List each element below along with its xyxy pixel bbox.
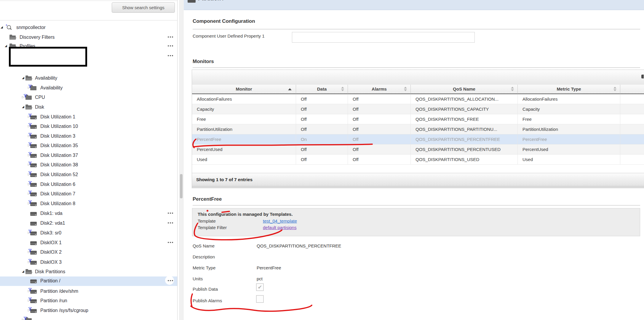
tree-item-disk1-vda[interactable]: Disk1: vda bbox=[0, 209, 177, 218]
collapse-arrow-icon[interactable]: ◢ bbox=[5, 44, 7, 47]
tree-item-discovery-filters[interactable]: Discovery Filters bbox=[0, 33, 177, 42]
tree-item-disk-partitions[interactable]: ◢Disk Partitions bbox=[0, 267, 177, 277]
tree-item-disk-utilization-3[interactable]: ▷+Disk Utilization 3 bbox=[0, 132, 177, 141]
table-cell: PercentFree bbox=[192, 134, 296, 144]
table-cell bbox=[620, 155, 644, 165]
table-cell: Off bbox=[296, 144, 348, 155]
tree-item-diskiox-1[interactable]: DiskIOX 1 bbox=[0, 238, 177, 248]
tree-item-redacted[interactable] bbox=[0, 52, 177, 61]
tree-item-disk-utilization-7[interactable]: ▷+Disk Utilization 7 bbox=[0, 189, 177, 199]
template-badge-plus-icon: + bbox=[29, 160, 31, 164]
collapse-arrow-icon[interactable]: ◢ bbox=[22, 105, 24, 108]
tree-scrollbar-thumb[interactable] bbox=[180, 174, 183, 198]
template-link[interactable]: test_04_template bbox=[263, 218, 297, 223]
table-cell bbox=[620, 134, 644, 144]
tree-item-disk-utilization-35[interactable]: ▷+Disk Utilization 35 bbox=[0, 141, 177, 151]
expand-arrow-icon[interactable]: ▷ bbox=[22, 96, 24, 99]
tree-sidebar: Show search settings ◢✦snmpcollectorDisc… bbox=[0, 0, 178, 320]
table-row-percentfree[interactable]: PercentFreeOnOffQOS_DISKPARTITIONS_PERCE… bbox=[192, 134, 644, 144]
collapse-arrow-icon[interactable]: ◢ bbox=[22, 76, 24, 79]
tree-item-disk-utilization-37[interactable]: ▷+Disk Utilization 37 bbox=[0, 151, 177, 160]
row-actions-menu-icon[interactable] bbox=[168, 45, 173, 46]
column-header-qos-name[interactable]: QoS Name bbox=[411, 85, 518, 94]
tree-item-label: Disk Utilization 38 bbox=[40, 162, 78, 168]
tree-item-partition[interactable]: Partition / bbox=[0, 276, 177, 286]
collapse-arrow-icon[interactable]: ◢ bbox=[22, 270, 24, 273]
table-cell: QOS_DISKPARTITIONS_PERCENTUSED bbox=[411, 144, 518, 155]
row-actions-menu-icon[interactable] bbox=[168, 280, 173, 281]
tree-item-partition-dev-shm[interactable]: ▷+Partition /dev/shm bbox=[0, 287, 177, 296]
tree-scrollbar[interactable] bbox=[179, 0, 183, 320]
tree-item-disk-utilization-1[interactable]: ▷+Disk Utilization 1 bbox=[0, 112, 177, 122]
table-cell: Off bbox=[296, 155, 348, 165]
table-row-capacity[interactable]: CapacityOffOffQOS_DISKPARTITIONS_CAPACIT… bbox=[192, 104, 644, 114]
tree-item-partition-sys-fs-cgroup[interactable]: ▷+Partition /sys/fs/cgroup bbox=[0, 306, 177, 316]
column-header-alarms[interactable]: Alarms bbox=[348, 85, 411, 94]
tree-item-disk-utilization-52[interactable]: ▷+Disk Utilization 52 bbox=[0, 170, 177, 180]
column-header-data[interactable]: Data bbox=[296, 85, 348, 94]
table-row-partitionutilization[interactable]: PartitionUtilizationOffOffQOS_DISKPARTIT… bbox=[192, 124, 644, 134]
tree-item-cpu[interactable]: ▷+CPU bbox=[0, 93, 177, 102]
sort-toggle-icon[interactable] bbox=[511, 87, 514, 91]
tree-item-label: Disk Utilization 52 bbox=[40, 172, 78, 177]
template-badge-plus-icon: + bbox=[24, 316, 26, 319]
table-row-used[interactable]: UsedOffOffQOS_DISKPARTITIONS_USEDUsed bbox=[192, 155, 644, 165]
row-actions-menu-icon[interactable] bbox=[168, 36, 173, 38]
sort-toggle-icon[interactable] bbox=[404, 87, 407, 91]
tree-item-label: snmpcollector bbox=[16, 25, 46, 30]
expand-arrow-icon[interactable]: ▷ bbox=[22, 318, 24, 320]
tree-item-availability[interactable]: ▷+Availability bbox=[0, 83, 177, 93]
disk-drive-icon bbox=[30, 309, 37, 313]
collapse-arrow-icon[interactable]: ◢ bbox=[1, 26, 3, 29]
sort-toggle-icon[interactable] bbox=[613, 87, 616, 91]
tree-item-disk-utilization-8[interactable]: ▷+Disk Utilization 8 bbox=[0, 199, 177, 209]
tree-item-label: Disk Utilization 7 bbox=[40, 191, 75, 197]
publish-data-checkbox[interactable]: ✔ bbox=[256, 283, 264, 291]
row-actions-menu-icon[interactable] bbox=[168, 213, 173, 214]
component-property-input[interactable] bbox=[292, 32, 475, 43]
row-actions-menu-icon[interactable] bbox=[168, 222, 173, 223]
tree-item-disk2-vda1[interactable]: Disk2: vda1 bbox=[0, 219, 177, 228]
row-actions-menu-icon[interactable] bbox=[168, 242, 173, 243]
table-cell: PartitionUtilization bbox=[518, 124, 620, 134]
tree-item-availability[interactable]: ◢Availability bbox=[0, 74, 177, 83]
tree-item-diskiox-3[interactable]: ▷+DiskIOX 3 bbox=[0, 258, 177, 267]
search-area-divider bbox=[0, 20, 177, 20]
tree-item-disk3-sr0[interactable]: ▷+Disk3: sr0 bbox=[0, 229, 177, 238]
disk-drive-icon bbox=[30, 261, 37, 265]
tree-item-disk-utilization-10[interactable]: ▷+Disk Utilization 10 bbox=[0, 122, 177, 131]
table-row-free[interactable]: FreeOffOffQOS_DISKPARTITIONS_FREEFree bbox=[192, 114, 644, 124]
tree-item-disk[interactable]: ◢Disk bbox=[0, 103, 177, 112]
folder-icon bbox=[25, 318, 32, 320]
tree-item-label: Disk Utilization 3 bbox=[40, 134, 75, 139]
table-row-allocationfailures[interactable]: AllocationFailuresOffOffQOS_DISKPARTITIO… bbox=[192, 94, 644, 104]
template-badge-plus-icon: + bbox=[24, 93, 26, 96]
template-badge-plus-icon: + bbox=[29, 199, 31, 202]
tree-item-disk-utilization-6[interactable]: ▷+Disk Utilization 6 bbox=[0, 180, 177, 189]
template-filter-link[interactable]: default partisions bbox=[263, 225, 296, 230]
row-actions-menu-icon[interactable] bbox=[168, 55, 173, 56]
tree-item-disk-utilization-38[interactable]: ▷+Disk Utilization 38 bbox=[0, 160, 177, 170]
sort-toggle-icon[interactable] bbox=[341, 87, 344, 91]
tree-item-label: Disk Partitions bbox=[35, 269, 65, 274]
column-header-metric-type[interactable]: Metric Type bbox=[518, 85, 620, 94]
table-cell: PercentUsed bbox=[192, 144, 296, 155]
sort-ascending-icon[interactable] bbox=[288, 88, 292, 90]
template-badge-plus-icon: + bbox=[29, 296, 31, 300]
tree-item-label: DiskIOX 1 bbox=[40, 240, 62, 245]
tree-item-diskiox-2[interactable]: ▷+DiskIOX 2 bbox=[0, 248, 177, 257]
table-row-percentused[interactable]: PercentUsedOffOffQOS_DISKPARTITIONS_PERC… bbox=[192, 144, 644, 155]
publish-alarms-checkbox[interactable] bbox=[256, 295, 264, 303]
tree-item-generic-system[interactable]: ▷+Generic System bbox=[0, 316, 177, 320]
disk-drive-icon bbox=[30, 222, 37, 226]
tree-item-label: Disk Utilization 10 bbox=[40, 124, 78, 129]
tree-item-partition-run[interactable]: ▷+Partition /run bbox=[0, 296, 177, 306]
tree-item-snmpcollector[interactable]: ◢✦snmpcollector bbox=[0, 23, 177, 33]
template-managed-notice-box: This configuration is managed by Templat… bbox=[192, 208, 640, 236]
column-header-monitor[interactable]: Monitor bbox=[192, 85, 296, 94]
table-cell: QOS_DISKPARTITIONS_ALLOCATION... bbox=[411, 94, 518, 104]
folder-icon bbox=[25, 96, 32, 100]
show-search-settings-button[interactable]: Show search settings bbox=[112, 2, 175, 13]
table-settings-icon[interactable] bbox=[641, 75, 644, 78]
template-badge-plus-icon: + bbox=[29, 180, 31, 183]
